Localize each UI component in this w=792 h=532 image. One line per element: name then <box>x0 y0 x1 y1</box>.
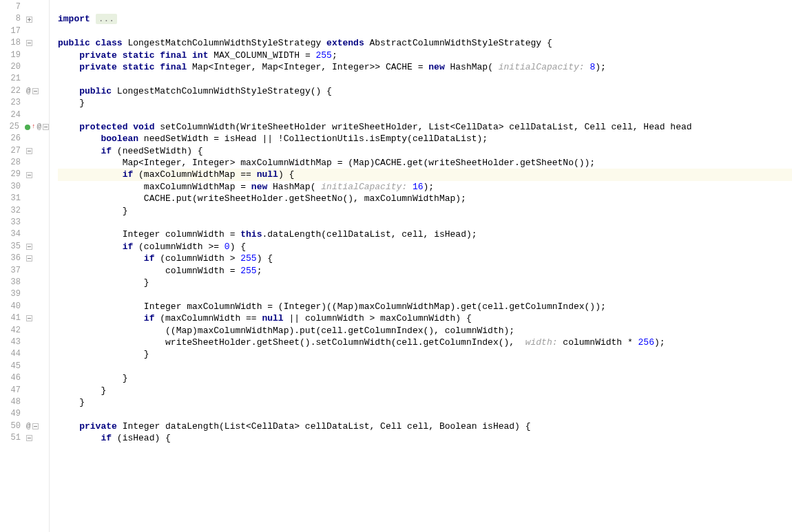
gutter-row[interactable]: 46 <box>0 372 49 384</box>
gutter-row[interactable]: 49 <box>0 408 49 420</box>
gutter-row[interactable]: 21 <box>0 73 49 85</box>
code-line[interactable]: } <box>58 396 792 408</box>
code-line[interactable] <box>58 288 792 300</box>
fold-collapse-icon[interactable] <box>26 255 32 262</box>
gutter-marks <box>25 435 49 441</box>
fold-collapse-icon[interactable] <box>26 40 32 46</box>
code-line[interactable]: boolean needSetWidth = isHead || !Collec… <box>58 133 792 145</box>
code-line[interactable] <box>58 361 792 372</box>
code-line[interactable] <box>58 408 792 420</box>
code-line[interactable]: if (columnWidth > 255) { <box>58 253 792 264</box>
line-number: 26 <box>0 133 25 145</box>
code-line[interactable]: public LongestMatchColumnWidthStyleStrat… <box>58 85 792 97</box>
code-line[interactable]: ((Map)maxColumnWidthMap).put(cell.getCol… <box>58 325 792 337</box>
gutter-row[interactable]: 30 <box>0 181 49 193</box>
code-line[interactable]: Integer maxColumnWidth = (Integer)((Map)… <box>58 301 792 312</box>
gutter-row[interactable]: 41 <box>0 312 49 324</box>
gutter-row[interactable]: 29 <box>0 169 49 180</box>
code-line[interactable]: columnWidth = 255; <box>58 265 792 277</box>
gutter-row[interactable]: 45 <box>0 361 49 372</box>
override-icon[interactable]: @ <box>26 85 31 97</box>
code-line[interactable]: if (columnWidth >= 0) { <box>58 241 792 253</box>
code-line[interactable]: if (maxColumnWidthMap == null) { <box>58 169 792 180</box>
code-line[interactable]: Integer columnWidth = this.dataLength(ce… <box>58 228 792 240</box>
fold-collapse-icon[interactable] <box>32 88 39 94</box>
gutter-row[interactable]: 23 <box>0 97 49 109</box>
code-line[interactable]: } <box>58 348 792 360</box>
gutter-row[interactable]: 24 <box>0 109 49 121</box>
line-number: 24 <box>0 109 25 121</box>
code-line[interactable] <box>58 73 792 85</box>
code-line[interactable]: writeSheetHolder.getSheet().setColumnWid… <box>58 337 792 348</box>
gutter-row[interactable]: 35 <box>0 241 49 253</box>
gutter-row[interactable]: 42 <box>0 325 49 337</box>
gutter-row[interactable]: 51 <box>0 432 49 444</box>
code-line[interactable]: if (needSetWidth) { <box>58 145 792 157</box>
line-number: 48 <box>0 396 25 408</box>
override-up-icon[interactable]: ↑ <box>32 121 35 133</box>
override-icon[interactable]: @ <box>26 421 31 432</box>
code-line[interactable]: } <box>58 205 792 217</box>
code-line[interactable]: } <box>58 277 792 288</box>
code-line[interactable] <box>58 109 792 121</box>
gutter-row[interactable]: 40 <box>0 301 49 312</box>
line-number: 40 <box>0 301 25 312</box>
override-icon[interactable]: @ <box>37 121 41 133</box>
gutter-row[interactable]: 28 <box>0 157 49 169</box>
code-line[interactable]: private static final Map<Integer, Map<In… <box>58 61 792 73</box>
code-line[interactable]: if (maxColumnWidth == null || columnWidt… <box>58 312 792 324</box>
gutter-row[interactable]: 19 <box>0 50 49 61</box>
gutter-row[interactable]: 47 <box>0 385 49 396</box>
gutter-row[interactable]: 34 <box>0 228 49 240</box>
gutter-row[interactable]: 25↑@ <box>0 121 49 133</box>
gutter-row[interactable]: 37 <box>0 265 49 277</box>
line-number: 47 <box>0 385 25 396</box>
gutter-row[interactable]: 18 <box>0 37 49 49</box>
gutter-marks <box>25 40 49 46</box>
gutter-row[interactable]: 36 <box>0 253 49 264</box>
gutter-row[interactable]: 43 <box>0 337 49 348</box>
gutter-row[interactable]: 20 <box>0 61 49 73</box>
code-area[interactable]: import ...public class LongestMatchColum… <box>50 0 792 532</box>
fold-collapse-icon[interactable] <box>26 315 32 321</box>
gutter-row[interactable]: 33 <box>0 217 49 228</box>
fold-collapse-icon[interactable] <box>26 244 32 250</box>
code-line[interactable] <box>58 217 792 228</box>
line-number: 34 <box>0 228 25 240</box>
code-line[interactable]: } <box>58 385 792 396</box>
gutter-row[interactable]: 8 <box>0 13 49 25</box>
code-line[interactable]: maxColumnWidthMap = new HashMap( initial… <box>58 181 792 193</box>
code-line[interactable]: Map<Integer, Integer> maxColumnWidthMap … <box>58 157 792 169</box>
fold-collapse-icon[interactable] <box>26 435 32 441</box>
gutter-row[interactable]: 31 <box>0 193 49 204</box>
code-line[interactable]: import ... <box>58 13 792 25</box>
breakpoint-icon[interactable] <box>25 125 30 130</box>
gutter-row[interactable]: 32 <box>0 205 49 217</box>
gutter-row[interactable]: 44 <box>0 348 49 360</box>
fold-collapse-icon[interactable] <box>26 172 32 178</box>
line-number: 41 <box>0 312 25 324</box>
fold-expand-icon[interactable] <box>26 17 32 23</box>
code-line[interactable]: public class LongestMatchColumnWidthStyl… <box>58 37 792 49</box>
code-line[interactable]: protected void setColumnWidth(WriteSheet… <box>58 121 792 133</box>
code-line[interactable]: } <box>58 372 792 384</box>
code-line[interactable]: } <box>58 97 792 109</box>
fold-collapse-icon[interactable] <box>43 124 49 130</box>
gutter-row[interactable]: 50@ <box>0 421 49 432</box>
code-line[interactable] <box>58 25 792 37</box>
code-line[interactable]: private Integer dataLength(List<CellData… <box>58 421 792 432</box>
gutter-row[interactable]: 48 <box>0 396 49 408</box>
code-line[interactable]: private static final int MAX_COLUMN_WIDT… <box>58 50 792 61</box>
gutter-row[interactable]: 7 <box>0 1 49 13</box>
code-line[interactable]: CACHE.put(writeSheetHolder.getSheetNo(),… <box>58 193 792 204</box>
code-line[interactable]: if (isHead) { <box>58 432 792 444</box>
code-line[interactable] <box>58 1 792 13</box>
gutter-row[interactable]: 26 <box>0 133 49 145</box>
gutter-row[interactable]: 17 <box>0 25 49 37</box>
fold-collapse-icon[interactable] <box>32 423 39 429</box>
gutter-row[interactable]: 27 <box>0 145 49 157</box>
gutter-row[interactable]: 38 <box>0 277 49 288</box>
gutter-row[interactable]: 39 <box>0 288 49 300</box>
fold-collapse-icon[interactable] <box>26 148 32 154</box>
gutter-row[interactable]: 22@ <box>0 85 49 97</box>
